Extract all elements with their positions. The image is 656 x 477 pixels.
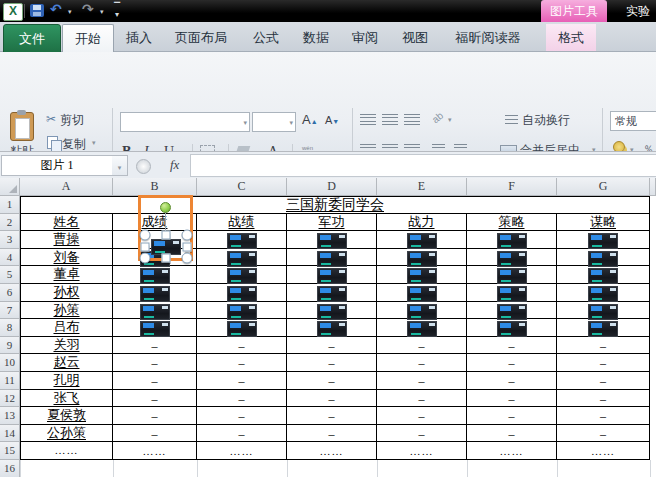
table-header-战绩[interactable]: 战绩 (197, 214, 287, 232)
table-cell[interactable]: …… (467, 442, 557, 460)
mini-picture[interactable] (497, 251, 527, 267)
mini-picture[interactable] (497, 268, 527, 284)
table-cell[interactable]: – (467, 407, 557, 425)
column-header-E[interactable]: E (377, 178, 467, 196)
row-header-7[interactable]: 7 (0, 302, 20, 320)
table-cell[interactable]: …… (287, 442, 377, 460)
undo-caret-icon[interactable]: ▾ (68, 8, 72, 16)
column-header-F[interactable]: F (467, 178, 557, 196)
table-header-军功[interactable]: 军功 (287, 214, 377, 232)
name-box-caret-icon[interactable]: ▾ (112, 155, 128, 176)
table-cell[interactable]: …… (377, 442, 467, 460)
align-bottom-icon[interactable] (404, 114, 420, 125)
mini-picture[interactable] (227, 268, 257, 284)
column-header-D[interactable]: D (287, 178, 377, 196)
table-cell[interactable]: – (557, 372, 650, 390)
table-row-name[interactable]: 孙策 (20, 302, 113, 320)
align-middle-icon[interactable] (382, 114, 398, 125)
mini-picture[interactable] (140, 321, 170, 337)
row-header-10[interactable]: 10 (0, 354, 20, 372)
table-cell[interactable]: – (557, 407, 650, 425)
align-top-icon[interactable] (360, 114, 376, 125)
mini-picture[interactable] (407, 321, 437, 337)
table-cell[interactable]: – (467, 372, 557, 390)
tab-data[interactable]: 数据 (292, 24, 340, 51)
table-cell[interactable] (113, 319, 197, 337)
table-row-name[interactable]: 董卓 (20, 266, 113, 284)
table-cell[interactable]: – (197, 407, 287, 425)
table-row-name[interactable]: …… (20, 442, 113, 460)
table-cell[interactable] (377, 302, 467, 320)
mini-picture[interactable] (227, 286, 257, 302)
mini-picture[interactable] (407, 268, 437, 284)
table-header-战力[interactable]: 战力 (377, 214, 467, 232)
table-cell[interactable] (467, 231, 557, 249)
selection-handle[interactable] (183, 243, 192, 252)
selection-handle[interactable] (182, 230, 193, 241)
mini-picture[interactable] (317, 321, 347, 337)
orientation-caret-icon[interactable]: ▾ (448, 116, 452, 124)
tab-page-layout[interactable]: 页面布局 (164, 24, 238, 51)
row-header-2[interactable]: 2 (0, 214, 20, 232)
select-all-corner[interactable] (0, 178, 20, 196)
table-cell[interactable]: – (377, 425, 467, 443)
selection-handle[interactable] (141, 243, 150, 252)
table-row-name[interactable]: 关羽 (20, 337, 113, 355)
table-cell[interactable] (197, 231, 287, 249)
mini-picture[interactable] (227, 304, 257, 320)
tab-format[interactable]: 格式 (546, 24, 596, 51)
table-cell[interactable]: – (113, 425, 197, 443)
mini-picture[interactable] (317, 286, 347, 302)
table-cell[interactable]: – (287, 372, 377, 390)
mini-picture[interactable] (140, 268, 170, 284)
table-cell[interactable] (197, 266, 287, 284)
mini-picture[interactable] (317, 268, 347, 284)
table-cell[interactable]: – (557, 354, 650, 372)
mini-picture[interactable] (227, 233, 257, 249)
table-cell[interactable]: – (287, 407, 377, 425)
table-cell[interactable]: – (113, 390, 197, 408)
table-row-name[interactable]: 吕布 (20, 319, 113, 337)
table-cell[interactable]: – (377, 407, 467, 425)
number-format-combo[interactable]: 常规 (610, 111, 656, 131)
mini-picture[interactable] (588, 268, 618, 284)
table-cell[interactable] (113, 266, 197, 284)
table-cell[interactable]: …… (113, 442, 197, 460)
table-cell[interactable]: – (467, 390, 557, 408)
table-cell[interactable]: …… (197, 442, 287, 460)
table-cell[interactable]: – (287, 354, 377, 372)
table-header-姓名[interactable]: 姓名 (20, 214, 113, 232)
table-cell[interactable]: – (287, 425, 377, 443)
row-header-9[interactable]: 9 (0, 337, 20, 355)
table-cell[interactable] (377, 249, 467, 267)
copy-button[interactable]: 复制 (62, 136, 86, 152)
table-cell[interactable] (287, 284, 377, 302)
table-cell[interactable] (557, 266, 650, 284)
row-header-11[interactable]: 11 (0, 372, 20, 390)
column-header-C[interactable]: C (197, 178, 287, 196)
table-header-策略[interactable]: 策略 (467, 214, 557, 232)
table-row-name[interactable]: 夏侯敦 (20, 407, 113, 425)
table-cell[interactable] (197, 284, 287, 302)
table-cell[interactable]: – (113, 337, 197, 355)
name-box[interactable]: 图片 1 (1, 155, 113, 176)
table-row-name[interactable]: 曹操 (20, 231, 113, 249)
redo-icon[interactable]: ↷ (82, 1, 94, 17)
selection-handle[interactable] (162, 254, 171, 263)
table-row-name[interactable]: 赵云 (20, 354, 113, 372)
table-cell[interactable]: – (197, 354, 287, 372)
row-header-5[interactable]: 5 (0, 266, 20, 284)
mini-picture[interactable] (588, 251, 618, 267)
orientation-icon[interactable]: ab (430, 110, 446, 126)
mini-picture[interactable] (588, 286, 618, 302)
tab-file[interactable]: 文件 (3, 24, 61, 53)
table-cell[interactable]: – (557, 425, 650, 443)
tab-home[interactable]: 开始 (62, 24, 114, 52)
font-name-combo[interactable]: ▾ (120, 112, 250, 132)
table-cell[interactable] (287, 319, 377, 337)
mini-picture[interactable] (497, 286, 527, 302)
table-cell[interactable] (287, 266, 377, 284)
insert-function-button[interactable]: fx (170, 157, 179, 173)
row-header-4[interactable]: 4 (0, 249, 20, 267)
column-header-A[interactable]: A (20, 178, 113, 196)
